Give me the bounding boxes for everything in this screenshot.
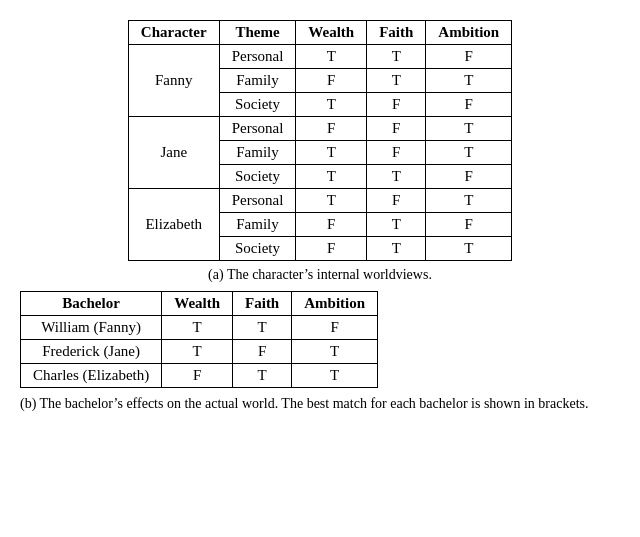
table1-theme-2-2: Society (219, 237, 296, 261)
table1-faith-0-1: T (367, 69, 426, 93)
table1-faith-1-1: F (367, 141, 426, 165)
table2-faith-0: T (233, 316, 292, 340)
table1-wealth-2-2: F (296, 237, 367, 261)
table2-ambition-1: T (292, 340, 378, 364)
table1-character-0: Fanny (128, 45, 219, 117)
table1-theme-1-1: Family (219, 141, 296, 165)
table1-character-2: Elizabeth (128, 189, 219, 261)
table1-wealth-1-2: T (296, 165, 367, 189)
table1: Character Theme Wealth Faith Ambition Fa… (128, 20, 512, 261)
table1-ambition-2-2: T (426, 237, 512, 261)
table2-ambition-0: F (292, 316, 378, 340)
table2-wealth-0: T (162, 316, 233, 340)
table1-wealth-2-0: T (296, 189, 367, 213)
table1-faith-1-0: F (367, 117, 426, 141)
col-header-ambition2: Ambition (292, 292, 378, 316)
col-header-faith: Faith (367, 21, 426, 45)
table1-wrapper: Character Theme Wealth Faith Ambition Fa… (20, 20, 620, 283)
table1-theme-0-1: Family (219, 69, 296, 93)
table1-wealth-1-1: T (296, 141, 367, 165)
col-header-faith2: Faith (233, 292, 292, 316)
table2-wealth-1: T (162, 340, 233, 364)
table1-faith-2-1: T (367, 213, 426, 237)
table1-ambition-2-0: T (426, 189, 512, 213)
table2-wealth-2: F (162, 364, 233, 388)
table1-ambition-1-0: T (426, 117, 512, 141)
table1-theme-0-0: Personal (219, 45, 296, 69)
table2-wrapper: Bachelor Wealth Faith Ambition William (… (20, 291, 620, 412)
col-header-character: Character (128, 21, 219, 45)
table1-ambition-0-2: F (426, 93, 512, 117)
table1-wealth-0-2: T (296, 93, 367, 117)
table1-ambition-0-0: F (426, 45, 512, 69)
table2-faith-1: F (233, 340, 292, 364)
table1-ambition-2-1: F (426, 213, 512, 237)
col-header-bachelor: Bachelor (21, 292, 162, 316)
table2-bachelor-0: William (Fanny) (21, 316, 162, 340)
table2-bachelor-2: Charles (Elizabeth) (21, 364, 162, 388)
table1-character-1: Jane (128, 117, 219, 189)
table1-ambition-0-1: T (426, 69, 512, 93)
table1-theme-1-2: Society (219, 165, 296, 189)
table1-faith-2-0: F (367, 189, 426, 213)
table1-faith-0-0: T (367, 45, 426, 69)
table1-ambition-1-2: F (426, 165, 512, 189)
table1-wealth-0-1: F (296, 69, 367, 93)
table1-wealth-2-1: F (296, 213, 367, 237)
table1-theme-1-0: Personal (219, 117, 296, 141)
col-header-wealth2: Wealth (162, 292, 233, 316)
table2-caption: (b) The bachelor’s effects on the actual… (20, 396, 588, 412)
table2: Bachelor Wealth Faith Ambition William (… (20, 291, 378, 388)
table1-theme-2-1: Family (219, 213, 296, 237)
table2-faith-2: T (233, 364, 292, 388)
table1-faith-2-2: T (367, 237, 426, 261)
col-header-ambition: Ambition (426, 21, 512, 45)
col-header-wealth: Wealth (296, 21, 367, 45)
table1-theme-0-2: Society (219, 93, 296, 117)
col-header-theme: Theme (219, 21, 296, 45)
table1-wealth-1-0: F (296, 117, 367, 141)
table1-theme-2-0: Personal (219, 189, 296, 213)
table1-caption: (a) The character’s internal worldviews. (208, 267, 432, 283)
table1-ambition-1-1: T (426, 141, 512, 165)
table2-ambition-2: T (292, 364, 378, 388)
table1-faith-1-2: T (367, 165, 426, 189)
table2-bachelor-1: Frederick (Jane) (21, 340, 162, 364)
table1-wealth-0-0: T (296, 45, 367, 69)
table1-faith-0-2: F (367, 93, 426, 117)
